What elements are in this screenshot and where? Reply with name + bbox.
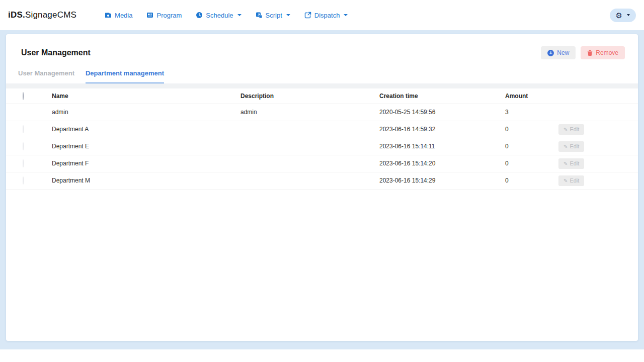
card-header: User Management + New Remove: [6, 34, 638, 59]
cell-description: [240, 172, 379, 189]
cell-creation-time: 2023-06-16 15:14:11: [379, 138, 505, 155]
cell-amount: 0: [505, 172, 552, 189]
column-header-amount: Amount: [505, 88, 552, 104]
top-navigation-bar: iDS.SignageCMS Media Program Schedule Sc…: [0, 0, 644, 30]
edit-button[interactable]: ✎Edit: [558, 175, 584, 186]
row-select-radio[interactable]: [23, 125, 24, 133]
nav-item-media[interactable]: Media: [105, 12, 132, 19]
chevron-down-icon: [627, 14, 630, 16]
remove-button[interactable]: Remove: [581, 46, 625, 59]
page-title: User Management: [21, 48, 91, 57]
chevron-down-icon: [344, 14, 348, 16]
department-table: Name Description Creation time Amount ad…: [6, 88, 638, 190]
cell-name: admin: [52, 104, 240, 121]
script-icon: [256, 12, 263, 19]
new-button[interactable]: + New: [541, 46, 576, 59]
tab-bar: User ManagementDepartment management: [6, 59, 638, 83]
nav-item-dispatch[interactable]: Dispatch: [304, 12, 348, 19]
table-row[interactable]: admin admin 2020-05-25 14:59:56 3: [6, 104, 638, 121]
nav-item-script[interactable]: Script: [256, 12, 290, 19]
cell-amount: 3: [505, 104, 552, 121]
cell-name: Department A: [52, 121, 240, 138]
chevron-down-icon: [237, 14, 242, 16]
gear-icon: ⚙: [616, 12, 622, 19]
app-logo-regular: SignageCMS: [25, 10, 76, 20]
table-header-row: Name Description Creation time Amount: [6, 88, 638, 104]
app-logo[interactable]: iDS.SignageCMS: [8, 10, 76, 20]
cell-name: Department F: [52, 155, 240, 172]
column-header-description: Description: [240, 88, 379, 104]
cell-actions: ✎Edit: [552, 172, 638, 189]
chevron-down-icon: [286, 14, 290, 16]
pencil-icon: ✎: [564, 127, 568, 132]
cell-actions: ✎Edit: [552, 155, 638, 172]
table-row[interactable]: Department A 2023-06-16 14:59:32 0 ✎Edit: [6, 121, 638, 138]
cell-name: Department M: [52, 172, 240, 189]
tab-user-management[interactable]: User Management: [18, 69, 74, 83]
column-header-name: Name: [52, 88, 240, 104]
app-logo-bold: iDS.: [8, 10, 25, 20]
cell-amount: 0: [505, 155, 552, 172]
cell-amount: 0: [505, 138, 552, 155]
cell-name: Department E: [52, 138, 240, 155]
clock-icon: [196, 12, 203, 19]
tab-table-divider: [6, 83, 638, 88]
pencil-icon: ✎: [564, 144, 568, 149]
dispatch-icon: [304, 12, 311, 19]
content-card: User Management + New Remove User Manage…: [6, 34, 638, 341]
cell-description: [240, 121, 379, 138]
table-row[interactable]: Department M 2023-06-16 15:14:29 0 ✎Edit: [6, 172, 638, 189]
new-button-label: New: [557, 49, 569, 56]
program-icon: [146, 12, 153, 19]
edit-button[interactable]: ✎Edit: [558, 124, 584, 135]
cell-creation-time: 2020-05-25 14:59:56: [379, 104, 505, 121]
edit-button[interactable]: ✎Edit: [558, 141, 584, 152]
cell-creation-time: 2023-06-16 14:59:32: [379, 121, 505, 138]
page-background: User Management + New Remove User Manage…: [0, 30, 644, 349]
cell-description: [240, 155, 379, 172]
row-select-radio[interactable]: [23, 142, 24, 150]
cell-description: admin: [240, 104, 379, 121]
cell-amount: 0: [505, 121, 552, 138]
select-all-radio[interactable]: [23, 92, 24, 100]
pencil-icon: ✎: [564, 178, 568, 184]
tab-department-management[interactable]: Department management: [86, 69, 164, 83]
cell-creation-time: 2023-06-16 15:14:20: [379, 155, 505, 172]
nav-menu: Media Program Schedule Script Dispatch: [105, 12, 348, 19]
trash-icon: [587, 50, 593, 56]
nav-item-schedule[interactable]: Schedule: [196, 12, 241, 19]
plus-circle-icon: +: [547, 50, 554, 56]
row-select-radio[interactable]: [23, 176, 24, 185]
cell-creation-time: 2023-06-16 15:14:29: [379, 172, 505, 189]
nav-item-program[interactable]: Program: [146, 12, 182, 19]
row-select-radio[interactable]: [23, 159, 24, 167]
column-header-creation-time: Creation time: [379, 88, 505, 104]
pencil-icon: ✎: [564, 161, 568, 166]
media-icon: [105, 12, 112, 19]
cell-description: [240, 138, 379, 155]
cell-actions: [552, 104, 638, 121]
header-actions: + New Remove: [541, 46, 625, 59]
edit-button[interactable]: ✎Edit: [558, 158, 584, 169]
remove-button-label: Remove: [596, 49, 618, 56]
settings-button[interactable]: ⚙: [610, 9, 636, 22]
cell-actions: ✎Edit: [552, 138, 638, 155]
table-row[interactable]: Department E 2023-06-16 15:14:11 0 ✎Edit: [6, 138, 638, 155]
cell-actions: ✎Edit: [552, 121, 638, 138]
table-row[interactable]: Department F 2023-06-16 15:14:20 0 ✎Edit: [6, 155, 638, 172]
